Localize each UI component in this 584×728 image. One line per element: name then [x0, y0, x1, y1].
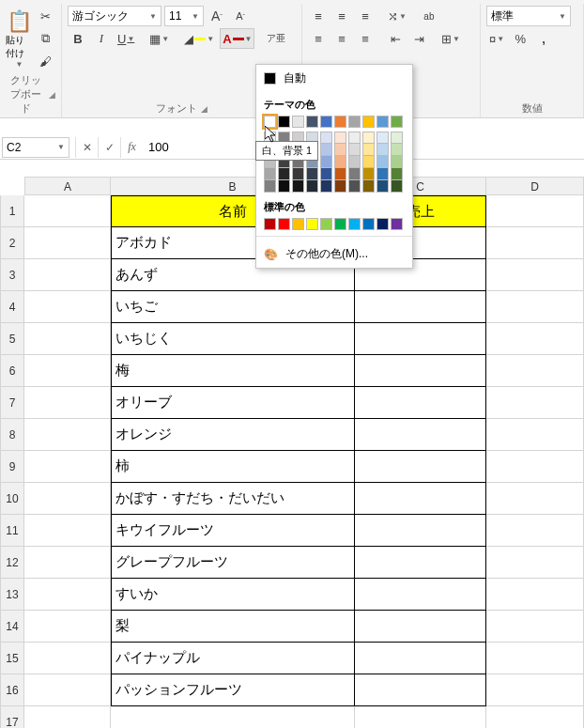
cell[interactable]: [24, 227, 111, 259]
color-swatch[interactable]: [391, 218, 403, 230]
cell[interactable]: オレンジ: [111, 419, 355, 451]
bold-button[interactable]: B: [68, 28, 88, 49]
color-swatch[interactable]: [348, 156, 361, 168]
cell[interactable]: オリーブ: [111, 387, 355, 419]
color-swatch[interactable]: [334, 116, 346, 128]
color-swatch[interactable]: [377, 180, 389, 193]
color-swatch[interactable]: [348, 168, 361, 180]
cell[interactable]: [355, 387, 486, 419]
color-swatch[interactable]: [391, 156, 403, 168]
italic-button[interactable]: I: [91, 28, 112, 49]
increase-font-button[interactable]: Aˆ: [207, 6, 227, 26]
cell[interactable]: [24, 483, 111, 515]
color-swatch[interactable]: [292, 116, 304, 128]
color-swatch[interactable]: [334, 156, 346, 168]
cell[interactable]: [486, 227, 584, 259]
cell[interactable]: [24, 643, 111, 674]
row-header[interactable]: 13: [0, 579, 24, 611]
color-swatch[interactable]: [292, 218, 304, 230]
cell[interactable]: [24, 515, 111, 547]
color-swatch[interactable]: [306, 218, 318, 230]
cell[interactable]: [24, 611, 111, 643]
cell[interactable]: [355, 515, 486, 547]
cell[interactable]: [24, 706, 111, 728]
cell[interactable]: [24, 291, 111, 323]
color-swatch[interactable]: [278, 168, 290, 180]
merge-button[interactable]: ⊞▼: [438, 28, 463, 49]
cell[interactable]: [24, 674, 111, 706]
cell[interactable]: [486, 547, 584, 579]
color-swatch[interactable]: [362, 116, 375, 128]
color-swatch[interactable]: [320, 116, 332, 128]
color-swatch[interactable]: [362, 132, 375, 144]
cell[interactable]: [355, 419, 486, 451]
ruby-button[interactable]: ア亜: [264, 28, 288, 49]
cell[interactable]: [486, 419, 584, 451]
align-bottom-button[interactable]: ≡: [355, 6, 376, 26]
cell[interactable]: [355, 451, 486, 483]
row-header[interactable]: 7: [0, 387, 24, 419]
color-swatch[interactable]: [320, 218, 332, 230]
cell[interactable]: 梨: [111, 611, 355, 643]
fill-color-button[interactable]: ◢▼: [181, 28, 217, 49]
color-swatch[interactable]: [391, 180, 403, 193]
color-swatch[interactable]: [264, 168, 276, 180]
col-header[interactable]: A: [24, 177, 111, 195]
row-header[interactable]: 4: [0, 291, 24, 323]
cell[interactable]: パッションフルーツ: [111, 674, 355, 706]
color-swatch[interactable]: [320, 168, 332, 180]
paste-button[interactable]: 📋 貼り付け ▼: [6, 10, 32, 67]
color-swatch[interactable]: [348, 180, 361, 193]
cell[interactable]: [486, 674, 584, 706]
decrease-indent-button[interactable]: ⇤: [385, 28, 406, 49]
row-header[interactable]: 16: [0, 674, 24, 706]
cell[interactable]: かぼす・すだち・だいだい: [111, 483, 355, 515]
row-header[interactable]: 12: [0, 547, 24, 579]
color-swatch[interactable]: [391, 116, 403, 128]
row-header[interactable]: 14: [0, 611, 24, 643]
automatic-color-item[interactable]: 自動: [256, 65, 412, 92]
color-swatch[interactable]: [377, 156, 389, 168]
cell[interactable]: [24, 355, 111, 387]
row-header[interactable]: 3: [0, 259, 24, 291]
decrease-font-button[interactable]: Aˇ: [230, 6, 251, 26]
color-swatch[interactable]: [377, 144, 389, 156]
color-swatch[interactable]: [377, 218, 389, 230]
cell[interactable]: [111, 706, 355, 728]
row-header[interactable]: 2: [0, 227, 24, 259]
col-header[interactable]: D: [486, 177, 584, 195]
color-swatch[interactable]: [292, 180, 304, 193]
color-swatch[interactable]: [391, 168, 403, 180]
cell[interactable]: いちご: [111, 291, 355, 323]
orientation-button[interactable]: ⤭▼: [385, 6, 409, 26]
color-swatch[interactable]: [362, 180, 375, 193]
cell[interactable]: [486, 259, 584, 291]
color-swatch[interactable]: [391, 144, 403, 156]
more-colors-item[interactable]: 🎨 その他の色(M)...: [256, 240, 412, 268]
cell[interactable]: [24, 547, 111, 579]
color-swatch[interactable]: [306, 180, 318, 193]
color-swatch[interactable]: [362, 218, 375, 230]
color-swatch[interactable]: [278, 218, 290, 230]
color-swatch[interactable]: [320, 180, 332, 193]
color-swatch[interactable]: [377, 116, 389, 128]
cell[interactable]: [486, 387, 584, 419]
row-header[interactable]: 1: [0, 195, 24, 227]
align-center-button[interactable]: ≡: [331, 28, 352, 49]
color-swatch[interactable]: [348, 116, 361, 128]
color-swatch[interactable]: [362, 168, 375, 180]
cell[interactable]: [24, 451, 111, 483]
increase-indent-button[interactable]: ⇥: [408, 28, 429, 49]
align-top-button[interactable]: ≡: [308, 6, 329, 26]
underline-button[interactable]: U▼: [115, 28, 137, 49]
color-swatch[interactable]: [320, 144, 332, 156]
font-name-select[interactable]: 游ゴシック▼: [68, 6, 161, 26]
color-swatch[interactable]: [334, 218, 346, 230]
color-swatch[interactable]: [334, 144, 346, 156]
cell[interactable]: [486, 643, 584, 674]
percent-button[interactable]: %: [510, 28, 530, 49]
color-swatch[interactable]: [306, 168, 318, 180]
cell[interactable]: [24, 387, 111, 419]
wrap-text-button[interactable]: ab: [419, 6, 439, 26]
fx-button[interactable]: fx: [120, 137, 143, 158]
